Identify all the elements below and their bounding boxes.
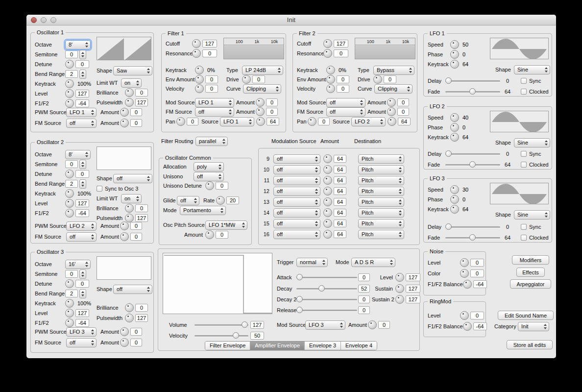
osc2-bend-stepper[interactable] [79, 179, 86, 189]
osc2-keytrack-knob[interactable] [65, 189, 74, 198]
osc3-detune-knob[interactable] [65, 279, 74, 288]
tab-filter-envelope[interactable]: Filter Envelope [205, 342, 250, 350]
filter1-pan-amount-knob[interactable] [256, 117, 265, 126]
envelope-mode-select[interactable]: A D S R [351, 258, 395, 267]
slider-thumb[interactable] [469, 234, 476, 241]
env-mod-source-select[interactable]: LFO 3 [305, 320, 345, 330]
mod-amount-knob[interactable] [323, 208, 332, 217]
mod-amount-knob[interactable] [323, 176, 332, 185]
release-slider[interactable] [296, 307, 357, 314]
osc3-bend-stepper[interactable] [79, 289, 86, 298]
filter2-velocity-knob[interactable] [326, 84, 335, 93]
close-button[interactable] [31, 17, 37, 23]
osc1-fm-source-select[interactable]: off [66, 119, 97, 128]
mod-amount-knob[interactable] [323, 165, 332, 174]
envelope-level-knob[interactable] [395, 273, 404, 282]
lfo3-delay-slider[interactable] [445, 223, 500, 230]
osc3-octave-select[interactable]: 16' [65, 260, 91, 269]
mod-source-select[interactable]: off [273, 219, 320, 228]
lfo3-keytrack-knob[interactable] [450, 205, 459, 214]
osc3-fm-source-select[interactable]: off [66, 338, 97, 347]
osc2-f1f2-knob[interactable] [65, 209, 74, 218]
tab-envelope-4[interactable]: Envelope 4 [341, 342, 377, 350]
osc2-pwm-amount-knob[interactable] [120, 221, 129, 230]
slider-thumb[interactable] [469, 88, 476, 95]
mod-amount-knob[interactable] [323, 230, 332, 239]
osc2-shape-select[interactable]: off [113, 174, 152, 183]
titlebar[interactable]: Init [26, 15, 556, 25]
osc1-shape-select[interactable]: Saw [113, 66, 152, 75]
minimize-button[interactable] [41, 17, 47, 23]
mod-destination-select[interactable]: Pitch [358, 208, 404, 218]
noise-balance-knob[interactable] [463, 280, 472, 289]
lfo1-fade-slider[interactable] [445, 88, 500, 95]
mod-destination-select[interactable]: Pitch [358, 219, 404, 228]
filter1-fm-amount-knob[interactable] [256, 107, 265, 116]
slider-thumb[interactable] [296, 296, 303, 302]
envelope-sustain-knob[interactable] [395, 284, 404, 293]
allocation-select[interactable]: poly [194, 162, 224, 172]
glide-mode-select[interactable]: Portamento [180, 206, 226, 215]
mod-destination-select[interactable]: Pitch [358, 197, 404, 207]
filter1-resonance-knob[interactable] [192, 49, 201, 58]
lfo1-phase-knob[interactable] [450, 50, 459, 59]
osc3-pwm-amount-knob[interactable] [120, 327, 129, 336]
filter2-pan-knob[interactable] [308, 117, 316, 126]
lfo2-keytrack-knob[interactable] [450, 133, 459, 142]
filter2-type-select[interactable]: Bypass [373, 66, 414, 75]
osc2-detune-knob[interactable] [65, 170, 74, 178]
lfo1-keytrack-knob[interactable] [450, 60, 459, 69]
filter1-velocity-knob[interactable] [195, 84, 204, 93]
osc1-semitone-stepper[interactable] [79, 50, 86, 59]
envelope-sustain2-knob[interactable] [395, 295, 404, 304]
osc1-detune-knob[interactable] [65, 60, 74, 69]
osc3-pwm-source-select[interactable]: LFO 3 [66, 327, 97, 337]
filter2-curve-select[interactable]: Clipping [374, 84, 412, 94]
filter2-mod-amount-knob[interactable] [387, 98, 396, 107]
slider-thumb[interactable] [296, 307, 303, 313]
mod-amount-knob[interactable] [323, 219, 332, 228]
osc2-sync-to-osc3-checkbox[interactable] [97, 186, 102, 192]
slider-thumb[interactable] [469, 161, 476, 168]
osc3-level-knob[interactable] [65, 309, 74, 318]
lfo2-shape-select[interactable]: Sine [514, 138, 550, 147]
filter1-fm-source-select[interactable]: off [195, 107, 234, 117]
slider-thumb[interactable] [445, 77, 452, 84]
filter2-cutoff-knob[interactable] [323, 39, 332, 48]
osc3-shape-select[interactable]: off [113, 285, 152, 294]
lfo1-clocked-checkbox[interactable] [521, 89, 527, 95]
lfo1-speed-knob[interactable] [450, 40, 459, 49]
mod-source-select[interactable]: off [273, 197, 320, 207]
filter2-fm-source-select[interactable]: off [326, 107, 365, 117]
mod-source-select[interactable]: off [273, 165, 320, 174]
osc1-brilliance-knob[interactable] [125, 88, 134, 97]
velocity-slider[interactable] [194, 332, 248, 339]
edit-sound-name-button[interactable]: Edit Sound Name [498, 311, 554, 320]
osc2-fm-source-select[interactable]: off [66, 232, 97, 242]
lfo2-fade-slider[interactable] [445, 161, 500, 168]
volume-slider[interactable] [194, 321, 248, 328]
osc2-semitone-stepper[interactable] [79, 160, 86, 169]
osc2-fm-amount-knob[interactable] [120, 232, 129, 241]
lfo2-speed-knob[interactable] [450, 113, 459, 122]
lfo2-sync-checkbox[interactable] [521, 151, 527, 157]
lfo3-speed-knob[interactable] [450, 185, 459, 194]
lfo3-shape-select[interactable]: Sine [514, 210, 550, 220]
env-mod-amount-knob[interactable] [368, 320, 377, 329]
lfo1-sync-checkbox[interactable] [521, 78, 527, 84]
osc1-level-knob[interactable] [65, 89, 74, 98]
glide-select[interactable]: off [177, 196, 199, 205]
mod-source-select[interactable]: off [273, 187, 320, 196]
osc1-bend-stepper[interactable] [79, 70, 86, 79]
osc3-semitone-stepper[interactable] [79, 270, 86, 279]
slider-thumb[interactable] [318, 285, 325, 292]
mod-destination-select[interactable]: Pitch [358, 176, 404, 185]
mod-destination-select[interactable]: Pitch [358, 154, 404, 164]
filter1-mod-amount-knob[interactable] [256, 98, 265, 107]
osc1-fm-amount-knob[interactable] [120, 119, 129, 127]
osc1-octave-select[interactable]: 8' [65, 40, 91, 49]
osc2-octave-select[interactable]: 8' [65, 150, 91, 159]
slider-thumb[interactable] [296, 274, 303, 280]
tab-amplifier-envelope[interactable]: Amplifier Envelope [250, 342, 305, 350]
mod-destination-select[interactable]: Pitch [358, 230, 404, 239]
